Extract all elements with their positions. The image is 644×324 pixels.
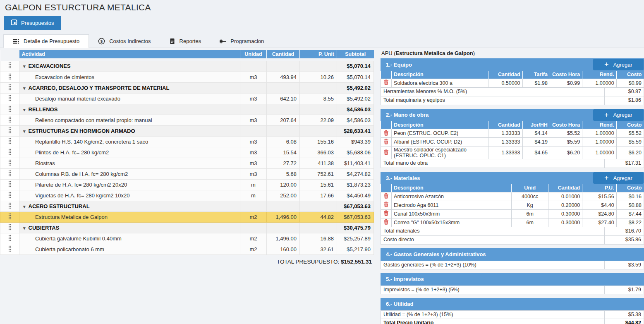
activity-cell: ▾RELLENOS bbox=[19, 104, 240, 115]
budget-group-row[interactable]: ▾ESTRUCTURAS EN HORMIGON ARMADO$28,633.4… bbox=[0, 125, 374, 136]
activity-cell: Cubierta policarbonato 6 mm bbox=[19, 244, 240, 254]
budget-item-row[interactable]: Pilarete de H.A. fc= 280 kg/cm2 20x20m12… bbox=[0, 179, 374, 190]
trash-icon[interactable] bbox=[381, 201, 392, 209]
budget-group-row[interactable]: ▾RELLENOS$4,586.03 bbox=[0, 104, 374, 115]
budget-item-row[interactable]: Relleno compactado con material propio: … bbox=[0, 115, 374, 125]
drag-handle-icon[interactable] bbox=[0, 147, 19, 158]
delete-column-header bbox=[381, 121, 392, 129]
apu-cell: 1.00000 bbox=[582, 138, 616, 146]
apu-column-header: Cantidad bbox=[488, 71, 522, 79]
drag-handle-icon[interactable] bbox=[0, 179, 19, 190]
drag-handle-icon[interactable] bbox=[0, 211, 19, 222]
drag-handle-icon[interactable] bbox=[0, 104, 19, 115]
budget-item-row[interactable]: Cubierta policarbonato 6 mmm2160.0032.61… bbox=[0, 244, 374, 254]
budget-group-row[interactable]: ▾EXCAVACIONES$5,070.14 bbox=[0, 61, 374, 72]
budget-item-row[interactable]: Excavacion de cimientosm3493.9410.26$5,0… bbox=[0, 72, 374, 82]
trash-icon[interactable] bbox=[381, 129, 392, 138]
drag-handle-icon[interactable] bbox=[0, 190, 19, 201]
budget-item-row[interactable]: Viguetas de H.A. fc= 280 kg/cm2 10x20m25… bbox=[0, 190, 374, 201]
budget-item-row[interactable]: Desalojo manual material excavadom3642.1… bbox=[0, 93, 374, 104]
budget-item-row[interactable]: Cubierta galvalume Kubimil 0.40mmm21,496… bbox=[0, 233, 374, 244]
drag-handle-icon[interactable] bbox=[0, 201, 19, 211]
trash-icon[interactable] bbox=[381, 79, 392, 87]
apu-cell: 1.33333 bbox=[488, 138, 522, 146]
cantidad-cell: 642.10 bbox=[267, 93, 300, 104]
chevron-down-icon[interactable]: ▾ bbox=[23, 204, 26, 209]
summary-value: $1.79 bbox=[604, 286, 644, 294]
drag-handle-icon[interactable] bbox=[0, 168, 19, 179]
drag-handle-icon[interactable] bbox=[0, 125, 19, 136]
apu-section-title: 2.- Mano de obra bbox=[386, 112, 429, 118]
chevron-down-icon[interactable]: ▾ bbox=[23, 107, 26, 112]
cantidad-cell bbox=[267, 222, 300, 233]
tab-reportes[interactable]: Reportes bbox=[160, 34, 211, 48]
activity-cell: ▾ACERO ESTRUCTURAL bbox=[19, 201, 240, 211]
punit-cell: 8.55 bbox=[300, 93, 337, 104]
agregar-button[interactable]: +Agregar bbox=[593, 172, 644, 184]
chevron-down-icon[interactable]: ▾ bbox=[23, 64, 26, 69]
summary-label: Utilidad = (% de 1+2+3) (15%) bbox=[381, 311, 604, 319]
trash-icon[interactable] bbox=[381, 146, 392, 159]
apu-summary-row: Utilidad = (% de 1+2+3) (15%)$5.38 bbox=[381, 310, 644, 319]
apu-cell: Maestro soldador especializado (ESTRUC. … bbox=[392, 146, 488, 159]
apu-title-prefix: APU ( bbox=[381, 50, 396, 56]
unidad-cell: m bbox=[240, 190, 267, 201]
activity-cell: Columnas P.B. de H.A. fc= 280 kg/cm2 bbox=[19, 168, 240, 179]
trash-icon[interactable] bbox=[381, 218, 392, 227]
apu-cell: 4000cc bbox=[512, 192, 548, 201]
cantidad-cell: 6.08 bbox=[267, 136, 300, 147]
apu-column-header: Costo bbox=[616, 71, 644, 79]
apu-summary-row: Total materiales$16.70 bbox=[381, 227, 644, 236]
apu-cell: Canal 100x50x3mm bbox=[392, 209, 512, 218]
tab-costos-indirectos[interactable]: $Costos Indirectos bbox=[89, 34, 160, 48]
budget-item-row[interactable]: Plintos de H.A. fc= 280 kg/cm2m315.54366… bbox=[0, 147, 374, 158]
apu-column-header: Jor/HH bbox=[522, 121, 550, 129]
drag-handle-icon[interactable] bbox=[0, 61, 19, 72]
apu-summary-row: Imprevistos = (% de 1+2+3) (5%)$1.79 bbox=[381, 286, 644, 294]
apu-cell: $0.99 bbox=[616, 79, 644, 87]
unidad-cell: m3 bbox=[240, 115, 267, 125]
budget-item-row[interactable]: Columnas P.B. de H.A. fc= 280 kg/cm2m35.… bbox=[0, 168, 374, 179]
budget-group-row[interactable]: ▾CUBIERTAS$30,475.79 bbox=[0, 222, 374, 233]
drag-handle-icon[interactable] bbox=[0, 82, 19, 93]
apu-column-header: Descripción bbox=[392, 121, 488, 129]
subtotal-cell: $4,586.03 bbox=[337, 104, 374, 115]
agregar-button[interactable]: +Agregar bbox=[593, 59, 644, 70]
trash-icon[interactable] bbox=[381, 192, 392, 201]
budget-group-row[interactable]: ▾ACERO ESTRUCTURAL$67,053.63 bbox=[0, 201, 374, 211]
apu-section: 4.- Gastos Generales y AdministrativosGa… bbox=[381, 248, 644, 269]
apu-cell: 0.20000 bbox=[548, 201, 582, 209]
trash-icon[interactable] bbox=[381, 209, 392, 218]
chevron-down-icon[interactable]: ▾ bbox=[23, 129, 26, 134]
cantidad-cell bbox=[267, 125, 300, 136]
drag-handle-icon[interactable] bbox=[0, 115, 19, 125]
activity-label: Plintos de H.A. fc= 280 kg/cm2 bbox=[35, 149, 109, 156]
chevron-down-icon[interactable]: ▾ bbox=[23, 86, 26, 91]
trash-icon[interactable] bbox=[381, 138, 392, 146]
activity-label: EXCAVACIONES bbox=[29, 63, 71, 69]
budget-group-row[interactable]: ▾ACARREO, DESALOJO Y TRANSPORTE DE MATER… bbox=[0, 82, 374, 93]
agregar-button[interactable]: +Agregar bbox=[593, 109, 644, 121]
drag-handle-icon[interactable] bbox=[0, 222, 19, 233]
apu-summary-row: Gastos generales = (% de 1+2+3) (10%)$3.… bbox=[381, 261, 644, 269]
apu-detail-table: DescripciónUnidCantidadP.U.CostoAnticorr… bbox=[381, 184, 644, 227]
presupuestos-button[interactable]: Presupuestos bbox=[4, 16, 61, 30]
budget-item-row[interactable]: Estructura Metalica de Galponm21,496.004… bbox=[0, 211, 374, 222]
drag-handle-icon[interactable] bbox=[0, 244, 19, 254]
drag-handle-icon[interactable] bbox=[0, 158, 19, 168]
tab-programacion[interactable]: Programacion bbox=[210, 34, 273, 48]
unidad-cell bbox=[240, 82, 267, 93]
drag-handle-icon[interactable] bbox=[0, 93, 19, 104]
budget-item-row[interactable]: Riostrasm327.72411.38$11,403.41 bbox=[0, 158, 374, 168]
apu-section-header: 4.- Gastos Generales y Administrativos bbox=[381, 248, 644, 261]
drag-handle-icon[interactable] bbox=[0, 233, 19, 244]
tab-detalle-de-presupuesto[interactable]: Detalle de Presupuesto bbox=[3, 34, 89, 48]
drag-handle-icon[interactable] bbox=[0, 72, 19, 82]
apu-section: 2.- Mano de obra+AgregarDescripciónCanti… bbox=[381, 109, 644, 168]
punit-cell: 15.61 bbox=[300, 179, 337, 190]
cantidad-cell: 27.72 bbox=[267, 158, 300, 168]
main-content: Actividad Unidad Cantidad P. Unit Subtot… bbox=[0, 48, 644, 324]
budget-item-row[interactable]: Replantillo H.S. 140 Kg/cm2; concretera … bbox=[0, 136, 374, 147]
chevron-down-icon[interactable]: ▾ bbox=[23, 226, 26, 230]
drag-handle-icon[interactable] bbox=[0, 136, 19, 147]
